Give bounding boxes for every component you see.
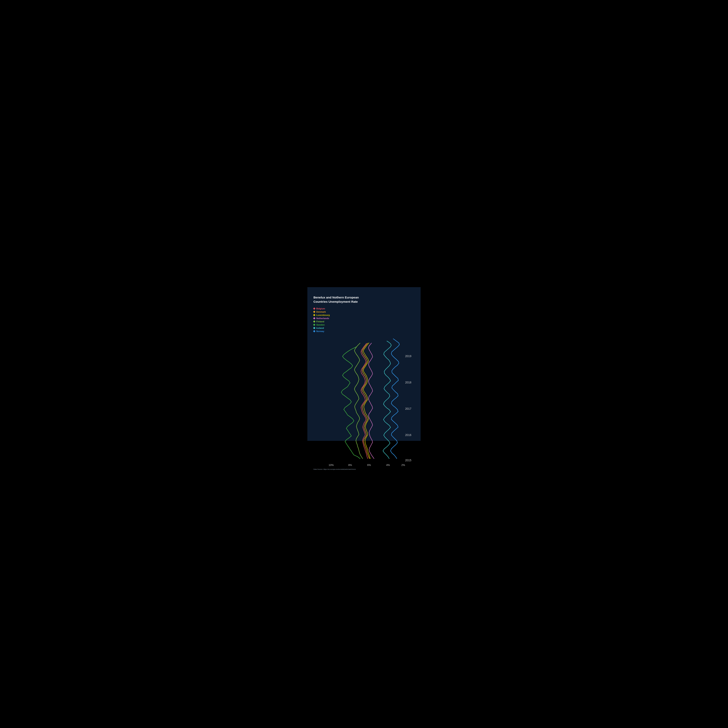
svg-text:2018: 2018 [405, 381, 411, 384]
legend-item-sweden: Sweden [314, 324, 414, 326]
legend-label-denmark: Denmark [316, 310, 326, 313]
svg-text:2%: 2% [401, 464, 405, 466]
chart-area: 2015 2016 2017 2018 2019 10% 8% 6% 4% 2% [314, 335, 414, 467]
svg-text:6%: 6% [367, 464, 371, 466]
netherlands-diamond-icon [313, 317, 315, 319]
legend-label-sweden: Sweden [316, 324, 325, 326]
svg-text:2016: 2016 [405, 434, 411, 437]
legend-item-belgium: Belgium [314, 307, 414, 310]
legend-label-belgium: Belgium [316, 307, 325, 310]
legend-item-norway: Norway [314, 330, 414, 332]
luxembourg-diamond-icon [313, 314, 315, 316]
svg-text:10%: 10% [329, 464, 333, 466]
legend-label-iceland: Iceland [316, 327, 324, 329]
svg-text:2015: 2015 [405, 459, 411, 462]
legend-item-luxembourg: Luxembourg [314, 314, 414, 316]
legend-item-iceland: Iceland [314, 327, 414, 329]
legend-label-finland: Finland [316, 320, 324, 323]
data-source: Data Source: https://ec.europa.eu/eurost… [314, 468, 414, 470]
poster: Benelux and Nothern European Countries U… [307, 287, 421, 441]
svg-text:4%: 4% [386, 464, 390, 466]
iceland-diamond-icon [313, 327, 315, 329]
belgium-diamond-icon [313, 307, 315, 310]
legend: BelgiumDenmarkLuxembourgNetherlandsFinla… [314, 307, 414, 332]
denmark-diamond-icon [313, 310, 315, 313]
legend-label-luxembourg: Luxembourg [316, 314, 330, 316]
svg-text:2019: 2019 [405, 355, 411, 358]
chart-title: Benelux and Nothern European Countries U… [314, 295, 414, 304]
legend-label-norway: Norway [316, 330, 324, 332]
legend-label-netherlands: Netherlands [316, 317, 329, 320]
svg-text:2017: 2017 [405, 407, 411, 410]
legend-item-finland: Finland [314, 320, 414, 323]
chart-svg: 2015 2016 2017 2018 2019 10% 8% 6% 4% 2% [314, 335, 414, 467]
legend-item-netherlands: Netherlands [314, 317, 414, 320]
norway-diamond-icon [313, 330, 315, 332]
svg-text:8%: 8% [348, 464, 352, 466]
finland-diamond-icon [313, 320, 315, 323]
sweden-diamond-icon [313, 324, 315, 326]
legend-item-denmark: Denmark [314, 310, 414, 313]
